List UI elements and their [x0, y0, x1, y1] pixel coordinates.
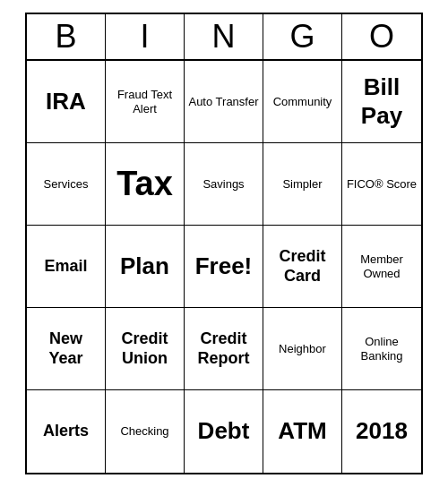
bingo-cell-14: Member Owned	[342, 226, 421, 308]
bingo-cell-20: Alerts	[27, 390, 106, 473]
bingo-cell-12: Free!	[185, 226, 263, 308]
bingo-cell-10: Email	[27, 226, 106, 308]
bingo-cell-6: Tax	[106, 143, 185, 226]
bingo-cell-24: 2018	[342, 390, 421, 473]
bingo-cell-8: Simpler	[263, 143, 342, 226]
bingo-cell-0: IRA	[27, 61, 106, 143]
bingo-cell-17: Credit Report	[185, 308, 263, 390]
header-n: N	[185, 14, 263, 59]
bingo-grid: IRAFraud Text AlertAuto TransferCommunit…	[27, 61, 421, 473]
bingo-cell-9: FICO® Score	[342, 143, 421, 226]
bingo-card: B I N G O IRAFraud Text AlertAuto Transf…	[25, 13, 423, 474]
bingo-cell-19: Online Banking	[342, 308, 421, 390]
header-o: O	[342, 14, 421, 59]
bingo-cell-23: ATM	[263, 390, 342, 473]
bingo-cell-5: Services	[27, 143, 106, 226]
header-g: G	[263, 14, 342, 59]
bingo-cell-7: Savings	[185, 143, 263, 226]
bingo-header: B I N G O	[27, 14, 421, 61]
bingo-cell-18: Neighbor	[263, 308, 342, 390]
bingo-cell-21: Checking	[106, 390, 185, 473]
bingo-cell-22: Debt	[185, 390, 263, 473]
bingo-cell-4: Bill Pay	[342, 61, 421, 143]
bingo-cell-2: Auto Transfer	[185, 61, 263, 143]
bingo-cell-3: Community	[263, 61, 342, 143]
header-i: I	[106, 14, 185, 59]
bingo-cell-1: Fraud Text Alert	[106, 61, 185, 143]
bingo-cell-15: New Year	[27, 308, 106, 390]
bingo-cell-16: Credit Union	[106, 308, 185, 390]
bingo-cell-11: Plan	[106, 226, 185, 308]
bingo-cell-13: Credit Card	[263, 226, 342, 308]
header-b: B	[27, 14, 106, 59]
